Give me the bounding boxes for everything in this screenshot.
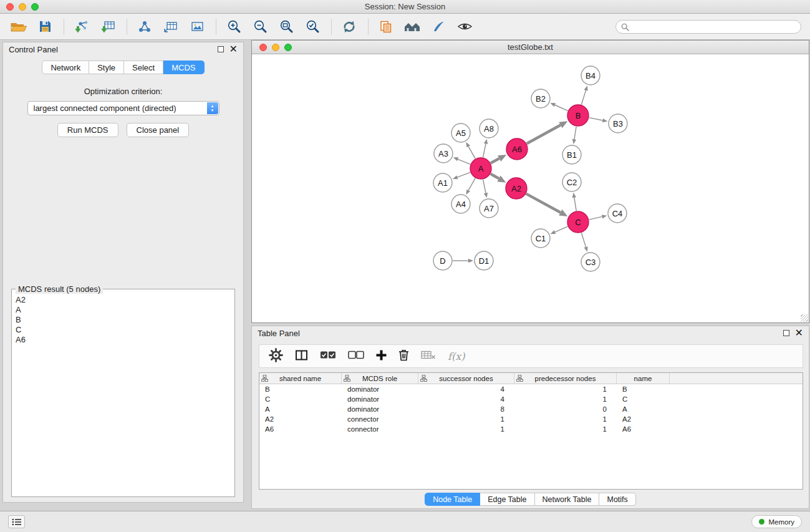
mcds-result-item[interactable]: B	[16, 315, 234, 325]
mcds-result-item[interactable]: A2	[16, 295, 234, 305]
close-panel-icon[interactable]: ✕	[795, 329, 803, 337]
show-graphics-button[interactable]	[453, 17, 476, 37]
graph-node-A2[interactable]: A2	[506, 178, 527, 199]
graph-edge-A-A6[interactable]	[491, 158, 499, 163]
graph-node-A6[interactable]: A6	[506, 138, 528, 160]
graph-edge-C-C2[interactable]	[574, 198, 576, 211]
graph-edge-A-A3[interactable]	[458, 159, 470, 164]
graph-edge-A-A1[interactable]	[457, 172, 470, 177]
memory-button[interactable]: Memory	[751, 515, 802, 528]
tab-node-table[interactable]: Node Table	[425, 493, 480, 506]
snapshot-button[interactable]	[375, 17, 397, 37]
graph-node-C[interactable]: C	[567, 211, 589, 233]
graph-node-A4[interactable]: A4	[451, 195, 470, 213]
app-minimize-button[interactable]	[19, 3, 26, 11]
tab-mcds[interactable]: MCDS	[163, 60, 204, 74]
graph-node-C4[interactable]: C4	[608, 204, 627, 223]
graph-edge-B-B4[interactable]	[581, 90, 586, 105]
table-row[interactable]: A2connector11A2	[259, 414, 803, 424]
graph-node-A[interactable]: A	[470, 158, 491, 179]
add-column-button[interactable]	[376, 350, 387, 363]
app-close-button[interactable]	[6, 3, 14, 11]
tab-motifs[interactable]: Motifs	[599, 493, 635, 506]
graph-node-A7[interactable]: A7	[480, 199, 498, 218]
table-row[interactable]: Cdominator41C	[259, 394, 803, 404]
deselect-all-button[interactable]	[348, 351, 364, 362]
graph-node-C3[interactable]: C3	[581, 253, 600, 271]
save-session-button[interactable]	[34, 17, 56, 37]
network-window-titlebar[interactable]: testGlobe.txt	[252, 41, 809, 54]
search-input[interactable]	[615, 20, 801, 34]
delete-table-button[interactable]	[421, 350, 436, 362]
function-builder-button[interactable]: f(x)	[448, 351, 465, 362]
graph-edge-A-A4[interactable]	[468, 178, 475, 191]
graph-node-A8[interactable]: A8	[480, 119, 498, 138]
graph-node-A5[interactable]: A5	[451, 123, 470, 142]
network-zoom-button[interactable]	[284, 44, 292, 51]
graph-node-C1[interactable]: C1	[531, 229, 550, 248]
graph-node-C2[interactable]: C2	[562, 173, 581, 191]
graph-edge-A-A2[interactable]	[491, 174, 499, 179]
network-close-button[interactable]	[259, 44, 267, 51]
graph-edge-A6-B[interactable]	[527, 125, 561, 143]
column-header-name[interactable]: name	[617, 373, 670, 384]
import-table-from-file-button[interactable]	[97, 17, 119, 37]
zoom-in-button[interactable]	[223, 17, 245, 37]
tab-style[interactable]: Style	[89, 60, 124, 74]
column-header-shared-name[interactable]: shared name	[259, 373, 342, 384]
run-mcds-button[interactable]: Run MCDS	[57, 123, 118, 137]
graph-edge-A-A5[interactable]	[468, 147, 475, 159]
delete-column-button[interactable]	[398, 349, 409, 364]
zoom-fit-button[interactable]	[275, 17, 297, 37]
graph-node-D[interactable]: D	[433, 251, 452, 270]
show-column-button[interactable]	[295, 349, 308, 364]
export-image-button[interactable]	[186, 17, 208, 37]
graph-edge-B-B1[interactable]	[574, 127, 576, 140]
close-panel-icon[interactable]: ✕	[229, 45, 238, 54]
graph-node-B[interactable]: B	[567, 105, 589, 126]
import-table-button[interactable]	[160, 17, 182, 37]
mcds-result-item[interactable]: A	[16, 305, 234, 315]
graph-edge-C-C4[interactable]	[589, 216, 602, 220]
table-row[interactable]: Bdominator41B	[259, 384, 803, 394]
tab-network-table[interactable]: Network Table	[535, 493, 600, 506]
mcds-result-item[interactable]: C	[16, 325, 234, 335]
apply-layout-button[interactable]	[338, 17, 360, 37]
app-zoom-button[interactable]	[31, 3, 39, 11]
select-all-button[interactable]	[320, 351, 336, 362]
column-header-predecessor-nodes[interactable]: predecessor nodes	[514, 373, 617, 384]
network-canvas[interactable]: B4B2BB3A8A5A6B1A3AC2A1A2A4A7C4CC1C3DD1	[252, 54, 809, 322]
graph-edge-B-B2[interactable]	[555, 105, 568, 110]
graph-node-B4[interactable]: B4	[581, 66, 600, 85]
graph-node-B1[interactable]: B1	[562, 145, 581, 164]
table-row[interactable]: A6connector11A6	[259, 424, 803, 434]
table-settings-button[interactable]	[269, 348, 283, 365]
table-row[interactable]: Adominator80A	[259, 404, 803, 414]
graph-edge-A-A7[interactable]	[483, 180, 486, 193]
mcds-result-item[interactable]: A6	[16, 335, 234, 345]
import-network-from-file-button[interactable]	[70, 17, 93, 37]
tab-select[interactable]: Select	[124, 60, 163, 74]
float-panel-icon[interactable]	[218, 46, 224, 52]
graph-node-A1[interactable]: A1	[433, 173, 452, 192]
graph-edge-C-C3[interactable]	[581, 233, 586, 247]
column-header-MCDS-role[interactable]: MCDS role	[342, 373, 418, 384]
float-panel-icon[interactable]	[783, 330, 789, 336]
task-history-button[interactable]	[8, 515, 25, 528]
zoom-selected-button[interactable]	[301, 17, 324, 37]
graph-node-D1[interactable]: D1	[475, 251, 493, 270]
graph-node-B2[interactable]: B2	[531, 89, 550, 108]
graph-node-B3[interactable]: B3	[609, 114, 627, 133]
resize-grip[interactable]	[801, 314, 808, 322]
close-panel-button[interactable]: Close panel	[127, 123, 190, 137]
graph-edge-B-B3[interactable]	[589, 118, 603, 120]
tab-edge-table[interactable]: Edge Table	[480, 493, 534, 506]
column-header-successor-nodes[interactable]: successor nodes	[418, 373, 514, 384]
style-pen-button[interactable]	[427, 17, 450, 37]
graph-edge-C-C1[interactable]	[555, 226, 568, 232]
optimization-criterion-select[interactable]: largest connected component (directed) ▲…	[27, 101, 219, 115]
graph-edge-A-A8[interactable]	[483, 143, 486, 157]
network-minimize-button[interactable]	[272, 44, 279, 51]
import-network-button[interactable]	[133, 17, 156, 37]
open-session-button[interactable]	[7, 17, 30, 37]
